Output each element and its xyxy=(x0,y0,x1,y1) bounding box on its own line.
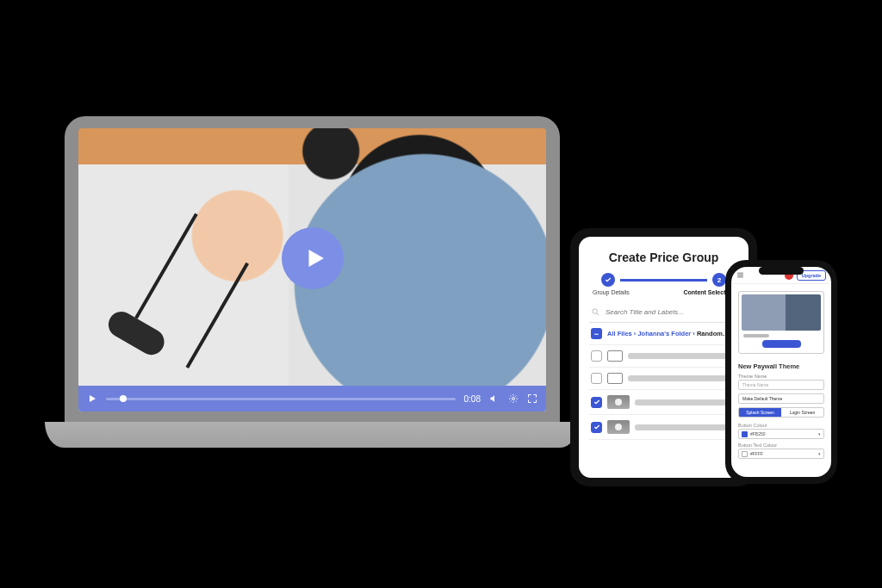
button-colour-picker[interactable]: #FB250 xyxy=(738,429,824,439)
button-colour-label: Button Colour xyxy=(738,423,824,428)
play-small-icon[interactable] xyxy=(87,393,97,404)
video-thumbnail xyxy=(607,395,630,409)
progress-bar[interactable] xyxy=(106,398,456,400)
tablet-screen: Create Price Group 2 Group Details Conte… xyxy=(579,237,748,478)
podcast-illustration xyxy=(134,213,197,319)
row-label xyxy=(628,375,736,381)
paywall-preview-card xyxy=(738,291,824,354)
step-1-label: Group Details xyxy=(593,289,630,295)
breadcrumb-segment[interactable]: All Files xyxy=(607,330,632,337)
colour-swatch xyxy=(742,431,748,437)
screen-segmented-control: Splash Screen Login Screen xyxy=(738,407,824,418)
laptop-bezel: 0:08 xyxy=(65,116,560,422)
theme-name-input[interactable]: Theme Name xyxy=(738,380,824,390)
button-text-colour-picker[interactable]: #FFFF xyxy=(738,449,824,459)
phone-screen: Upgrade New Paywall Theme Theme Name The… xyxy=(731,267,831,477)
breadcrumb-segment[interactable]: Johanna's Folder xyxy=(637,330,691,337)
video-player[interactable]: 0:08 xyxy=(78,128,546,412)
list-item[interactable] xyxy=(589,390,738,415)
list-item[interactable] xyxy=(589,345,738,368)
make-default-label: Make Default Theme xyxy=(742,396,782,401)
breadcrumb-segment: Random… xyxy=(697,330,730,337)
elapsed-time: 0:08 xyxy=(464,394,481,404)
theme-name-placeholder: Theme Name xyxy=(742,382,768,387)
settings-icon[interactable] xyxy=(508,393,519,404)
theme-name-label: Theme Name xyxy=(738,374,824,379)
step-labels: Group Details Content Selection xyxy=(593,289,735,295)
step-2-dot[interactable]: 2 xyxy=(712,273,726,287)
laptop-base xyxy=(45,422,579,448)
folder-icon xyxy=(607,373,623,384)
phone-header: Upgrade xyxy=(731,267,831,284)
upgrade-button[interactable]: Upgrade xyxy=(797,270,826,281)
list-item[interactable] xyxy=(589,368,738,390)
preview-title xyxy=(743,334,769,337)
preview-login-button[interactable] xyxy=(762,340,801,348)
row-checkbox[interactable] xyxy=(591,422,602,433)
preview-thumbnail xyxy=(742,294,821,331)
seg-login[interactable]: Login Screen xyxy=(781,408,823,417)
button-text-colour-value: #FFFF xyxy=(750,451,763,456)
fullscreen-icon[interactable] xyxy=(527,393,537,404)
phone-device: Upgrade New Paywall Theme Theme Name The… xyxy=(725,260,837,484)
row-checkbox[interactable] xyxy=(591,397,602,408)
make-default-toggle[interactable]: Make Default Theme xyxy=(738,393,824,404)
breadcrumb[interactable]: All Files › Johanna's Folder › Random… xyxy=(607,330,729,337)
breadcrumb-row: − All Files › Johanna's Folder › Random… xyxy=(589,323,738,345)
play-icon xyxy=(302,245,328,271)
check-icon xyxy=(593,424,600,430)
row-checkbox[interactable] xyxy=(591,350,602,362)
folder-icon xyxy=(607,350,623,362)
stepper: 2 xyxy=(589,273,738,287)
step-connector xyxy=(620,279,707,282)
search-icon xyxy=(591,307,600,317)
section-heading: New Paywall Theme xyxy=(738,362,824,370)
breadcrumb-separator: › xyxy=(691,330,697,337)
row-checkbox[interactable] xyxy=(591,373,602,384)
phone-form: New Paywall Theme Theme Name Theme Name … xyxy=(731,357,831,462)
step-1-dot[interactable] xyxy=(601,273,615,287)
check-icon xyxy=(593,399,600,405)
list-item[interactable] xyxy=(589,415,738,440)
colour-swatch-white xyxy=(742,451,748,457)
button-colour-value: #FB250 xyxy=(750,431,766,436)
row-label xyxy=(635,424,736,430)
laptop-device: 0:08 xyxy=(65,116,560,461)
seg-splash[interactable]: Splash Screen xyxy=(739,408,781,417)
button-text-colour-label: Button Text Colour xyxy=(738,443,824,448)
svg-point-1 xyxy=(593,309,598,314)
video-thumbnail xyxy=(607,420,630,434)
play-button[interactable] xyxy=(282,227,344,289)
menu-icon[interactable] xyxy=(736,271,744,279)
select-all-checkbox[interactable]: − xyxy=(591,328,602,339)
video-controls: 0:08 xyxy=(78,386,546,412)
row-label xyxy=(635,399,736,405)
search-input[interactable] xyxy=(606,308,736,316)
search-row xyxy=(589,304,738,323)
page-title: Create Price Group xyxy=(589,251,738,264)
file-list xyxy=(589,345,738,440)
check-icon xyxy=(605,276,612,283)
svg-point-0 xyxy=(512,398,515,400)
notification-badge[interactable] xyxy=(785,271,793,280)
volume-icon[interactable] xyxy=(489,393,500,404)
row-label xyxy=(628,353,736,359)
